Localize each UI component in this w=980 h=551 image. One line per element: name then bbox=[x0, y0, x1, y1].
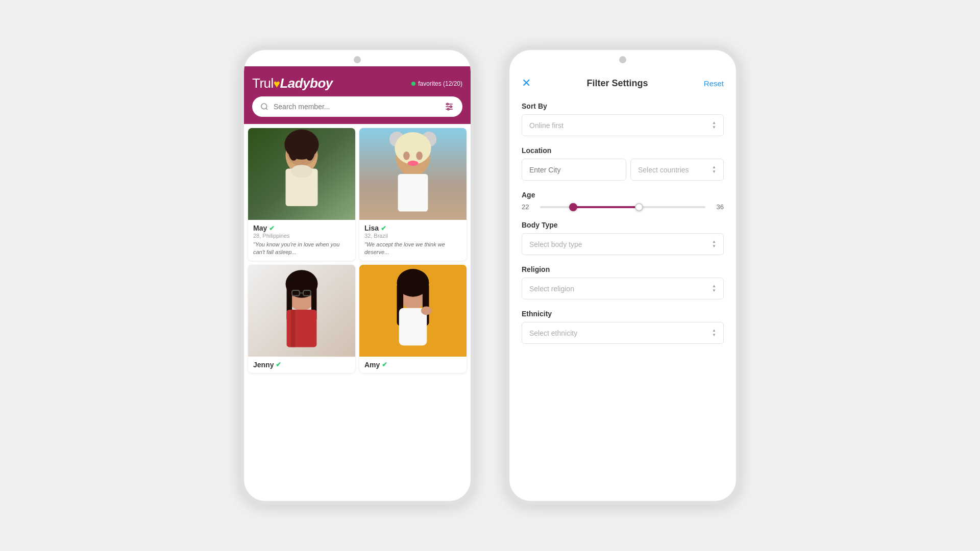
location-row: Select countries ▲ ▼ bbox=[522, 159, 724, 181]
ethnicity-label: Ethnicity bbox=[522, 310, 724, 318]
age-handle-left[interactable] bbox=[569, 203, 577, 211]
bodytype-select[interactable]: Select body type ▲ ▼ bbox=[522, 233, 724, 255]
member-location-may: 28, Philippines bbox=[253, 233, 350, 239]
member-photo-may bbox=[248, 128, 355, 220]
country-arrow-icon: ▲ ▼ bbox=[712, 165, 716, 174]
bodytype-arrow-icon: ▲ ▼ bbox=[712, 240, 716, 248]
filter-section-bodytype: Body Type Select body type ▲ ▼ bbox=[522, 221, 724, 255]
member-card-may[interactable]: May ✔ 28, Philippines "You know you're i… bbox=[248, 128, 355, 261]
svg-point-23 bbox=[408, 161, 419, 166]
member-photo-lisa bbox=[359, 128, 467, 220]
member-card-amy[interactable]: Amy ✔ bbox=[359, 265, 467, 373]
filter-section-ethnicity: Ethnicity Select ethnicity ▲ ▼ bbox=[522, 310, 724, 344]
app-header: Trul♥Ladyboy favorites (12/20) bbox=[244, 66, 471, 124]
member-info-amy: Amy ✔ bbox=[359, 357, 467, 373]
religion-select[interactable]: Select religion ▲ ▼ bbox=[522, 278, 724, 299]
logo-truly: Trul bbox=[252, 76, 274, 91]
member-name-lisa: Lisa bbox=[364, 224, 379, 232]
app-content-right: ✕ Filter Settings Reset Sort By Online f… bbox=[509, 66, 736, 501]
ethnicity-select[interactable]: Select ethnicity ▲ ▼ bbox=[522, 322, 724, 344]
ethnicity-arrow-icon: ▲ ▼ bbox=[712, 329, 716, 337]
members-grid: May ✔ 28, Philippines "You know you're i… bbox=[244, 124, 471, 377]
filter-icon bbox=[444, 102, 454, 112]
member-name-jenny: Jenny bbox=[253, 361, 274, 369]
sort-by-value: Online first bbox=[529, 121, 564, 130]
svg-point-0 bbox=[261, 104, 267, 109]
right-phone: ✕ Filter Settings Reset Sort By Online f… bbox=[505, 46, 740, 505]
bodytype-label: Body Type bbox=[522, 221, 724, 229]
svg-point-6 bbox=[450, 106, 452, 107]
location-label: Location bbox=[522, 146, 724, 155]
member-info-lisa: Lisa ✔ 32, Brazil "We accept the love we… bbox=[359, 220, 467, 261]
age-range-track[interactable] bbox=[540, 206, 705, 208]
member-photo-amy bbox=[359, 265, 467, 357]
member-info-may: May ✔ 28, Philippines "You know you're i… bbox=[248, 220, 355, 261]
country-select[interactable]: Select countries ▲ ▼ bbox=[630, 159, 724, 181]
reset-button[interactable]: Reset bbox=[704, 79, 724, 88]
verified-icon-jenny: ✔ bbox=[276, 361, 281, 368]
svg-point-7 bbox=[448, 108, 449, 110]
member-name-row-lisa: Lisa ✔ bbox=[364, 224, 461, 232]
logo-heart-icon: ♥ bbox=[274, 78, 280, 90]
favorites-label: favorites (12/20) bbox=[418, 80, 462, 87]
city-input[interactable] bbox=[522, 159, 626, 181]
filter-button[interactable] bbox=[444, 102, 454, 112]
age-handle-right[interactable] bbox=[635, 203, 643, 211]
verified-icon-may: ✔ bbox=[269, 224, 275, 232]
svg-point-15 bbox=[291, 165, 312, 178]
svg-point-5 bbox=[447, 103, 448, 105]
filter-section-sort: Sort By Online first ▲ ▼ bbox=[522, 102, 724, 136]
member-quote-lisa: "We accept the love we think we deserve.… bbox=[364, 241, 461, 257]
member-info-jenny: Jenny ✔ bbox=[248, 357, 355, 373]
sort-by-label: Sort By bbox=[522, 102, 724, 110]
search-bar[interactable] bbox=[252, 96, 462, 117]
religion-arrow-icon: ▲ ▼ bbox=[712, 284, 716, 293]
member-name-row-amy: Amy ✔ bbox=[364, 361, 461, 369]
verified-icon-lisa: ✔ bbox=[381, 224, 386, 232]
app-content-left: Trul♥Ladyboy favorites (12/20) bbox=[244, 66, 471, 501]
filter-section-religion: Religion Select religion ▲ ▼ bbox=[522, 265, 724, 299]
phone-camera-left bbox=[354, 56, 361, 63]
phone-camera-right bbox=[619, 56, 626, 63]
logo-ladyboy: Ladyboy bbox=[280, 76, 332, 91]
age-min-value: 22 bbox=[522, 203, 534, 211]
member-name-row-jenny: Jenny ✔ bbox=[253, 361, 350, 369]
sort-by-arrow-icon: ▲ ▼ bbox=[712, 121, 716, 130]
svg-point-41 bbox=[421, 306, 432, 315]
religion-placeholder: Select religion bbox=[529, 285, 574, 293]
search-icon bbox=[260, 103, 268, 111]
app-logo: Trul♥Ladyboy bbox=[252, 76, 333, 91]
ethnicity-placeholder: Select ethnicity bbox=[529, 329, 577, 337]
member-name-row-may: May ✔ bbox=[253, 224, 350, 232]
age-max-value: 36 bbox=[712, 203, 724, 211]
svg-point-13 bbox=[304, 139, 315, 161]
member-photo-jenny bbox=[248, 265, 355, 357]
verified-icon-amy: ✔ bbox=[382, 361, 387, 368]
svg-point-20 bbox=[395, 132, 431, 164]
close-button[interactable]: ✕ bbox=[522, 77, 531, 90]
filter-section-location: Location Select countries ▲ ▼ bbox=[522, 146, 724, 181]
bodytype-placeholder: Select body type bbox=[529, 240, 582, 248]
member-name-may: May bbox=[253, 224, 267, 232]
member-name-amy: Amy bbox=[364, 361, 380, 369]
svg-rect-24 bbox=[398, 174, 428, 212]
filter-header: ✕ Filter Settings Reset bbox=[522, 77, 724, 90]
svg-point-21 bbox=[403, 152, 410, 160]
age-label: Age bbox=[522, 191, 724, 199]
age-range-fill bbox=[573, 206, 640, 208]
member-quote-may: "You know you're in love when you can't … bbox=[253, 241, 350, 257]
member-location-lisa: 32, Brazil bbox=[364, 233, 461, 239]
svg-rect-34 bbox=[291, 310, 295, 347]
online-dot bbox=[411, 82, 415, 86]
filter-section-age: Age 22 36 bbox=[522, 191, 724, 211]
age-row: 22 36 bbox=[522, 203, 724, 211]
favorites-badge: favorites (12/20) bbox=[411, 80, 462, 87]
sort-by-select[interactable]: Online first ▲ ▼ bbox=[522, 114, 724, 136]
svg-point-22 bbox=[416, 152, 423, 160]
member-card-jenny[interactable]: Jenny ✔ bbox=[248, 265, 355, 373]
left-phone: Trul♥Ladyboy favorites (12/20) bbox=[240, 46, 475, 505]
svg-point-12 bbox=[288, 139, 299, 161]
member-card-lisa[interactable]: Lisa ✔ 32, Brazil "We accept the love we… bbox=[359, 128, 467, 261]
religion-label: Religion bbox=[522, 265, 724, 273]
search-input[interactable] bbox=[274, 103, 439, 111]
